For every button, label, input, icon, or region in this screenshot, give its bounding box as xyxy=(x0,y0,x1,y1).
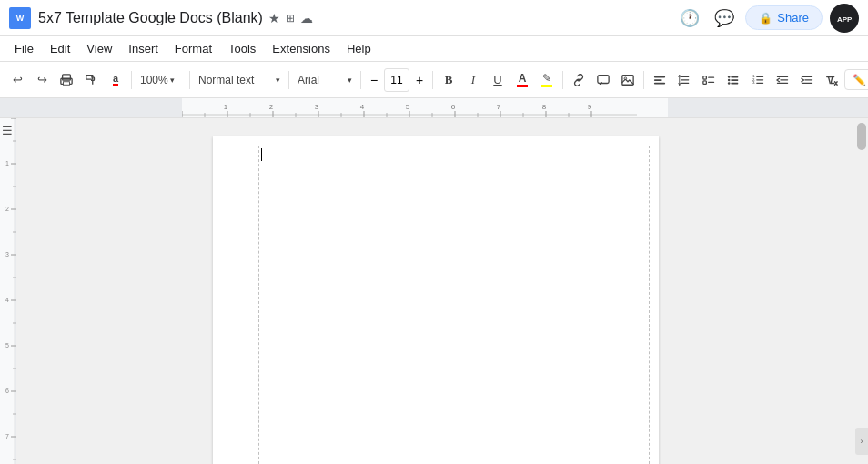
document-scroll-area[interactable] xyxy=(16,118,855,464)
doc-title[interactable]: 5x7 Template Google Docs (Blank) xyxy=(38,10,263,26)
spell-check-button[interactable]: a xyxy=(104,68,127,92)
svg-rect-1 xyxy=(63,74,71,79)
link-button[interactable] xyxy=(567,68,590,92)
history-icon[interactable]: 🕐 xyxy=(676,5,703,32)
bullets-button[interactable] xyxy=(722,68,745,92)
svg-text:5: 5 xyxy=(406,103,410,111)
move-icon[interactable]: ⊞ xyxy=(286,12,295,25)
lock-icon: 🔒 xyxy=(759,12,772,25)
para-style-dropdown-icon: ▾ xyxy=(276,76,280,85)
font-dropdown-icon: ▾ xyxy=(348,76,352,85)
align-button[interactable] xyxy=(648,68,671,92)
share-label: Share xyxy=(777,11,809,25)
editing-mode-button[interactable]: ✏️ Editing ▾ xyxy=(844,69,868,90)
paint-format-button[interactable] xyxy=(79,68,103,92)
menu-format[interactable]: Format xyxy=(167,39,219,58)
doc-icon: W xyxy=(9,7,31,29)
horizontal-ruler: 1 2 3 4 5 6 7 8 9 xyxy=(0,98,868,118)
scroll-thumb[interactable] xyxy=(857,123,866,150)
print-button[interactable] xyxy=(55,68,78,92)
svg-rect-16 xyxy=(708,81,714,82)
menu-tools[interactable]: Tools xyxy=(221,39,263,58)
clear-formatting-button[interactable] xyxy=(820,68,843,92)
svg-text:3: 3 xyxy=(315,103,319,111)
title-right: 🕐 💬 🔒 Share APPS xyxy=(676,4,859,33)
bold-button[interactable]: B xyxy=(437,68,460,92)
svg-rect-4 xyxy=(598,75,609,83)
para-style-value: Normal text xyxy=(198,74,254,86)
svg-text:3.: 3. xyxy=(752,80,756,85)
svg-rect-20 xyxy=(731,76,738,77)
font-size-input[interactable] xyxy=(384,68,409,92)
menu-file[interactable]: File xyxy=(7,39,41,58)
line-spacing-button[interactable] xyxy=(672,68,696,92)
underline-button[interactable]: U xyxy=(486,68,510,92)
ruler-content: 1 2 3 4 5 6 7 8 9 xyxy=(182,98,668,117)
svg-text:APPS: APPS xyxy=(837,15,853,24)
svg-rect-34 xyxy=(802,82,812,83)
pencil-icon: ✏️ xyxy=(853,74,866,86)
outline-toggle-icon[interactable]: ☰ xyxy=(2,124,13,137)
comment-button[interactable] xyxy=(591,68,615,92)
chat-icon[interactable]: 💬 xyxy=(711,5,738,32)
checklist-button[interactable] xyxy=(697,68,721,92)
title-area: 5x7 Template Google Docs (Blank) ★ ⊞ ☁ xyxy=(38,10,676,26)
ruler-svg: 1 2 3 4 5 6 7 8 9 xyxy=(182,98,668,118)
svg-rect-29 xyxy=(777,76,788,76)
zoom-dropdown-icon: ▾ xyxy=(170,76,175,85)
menu-edit[interactable]: Edit xyxy=(43,39,77,58)
menu-insert[interactable]: Insert xyxy=(121,39,166,58)
svg-rect-11 xyxy=(681,79,690,80)
svg-point-19 xyxy=(728,82,731,85)
svg-rect-13 xyxy=(703,76,707,79)
svg-rect-33 xyxy=(804,79,812,80)
redo-button[interactable]: ↪ xyxy=(30,68,54,92)
divider-2 xyxy=(189,71,190,89)
svg-text:1: 1 xyxy=(5,160,9,166)
apps-icon[interactable]: APPS xyxy=(830,4,859,33)
main-area: 1 2 3 4 5 6 7 ☰ xyxy=(0,118,868,464)
share-button[interactable]: 🔒 Share xyxy=(745,5,823,30)
font-size-minus-button[interactable]: − xyxy=(365,68,383,92)
decrease-indent-button[interactable] xyxy=(771,68,794,92)
menu-help[interactable]: Help xyxy=(339,39,378,58)
menu-extensions[interactable]: Extensions xyxy=(265,39,338,58)
star-icon[interactable]: ★ xyxy=(268,11,280,25)
zoom-select[interactable]: 100% ▾ xyxy=(136,68,186,92)
svg-rect-9 xyxy=(654,82,665,84)
svg-text:7: 7 xyxy=(497,103,501,111)
page-content-area[interactable] xyxy=(258,146,650,464)
svg-rect-14 xyxy=(703,80,707,84)
svg-rect-30 xyxy=(780,79,788,80)
panel-collapse-button[interactable]: › xyxy=(855,428,868,455)
italic-button[interactable]: I xyxy=(461,68,485,92)
increase-indent-button[interactable] xyxy=(795,68,819,92)
svg-text:6: 6 xyxy=(451,103,456,111)
text-color-button[interactable]: A xyxy=(510,68,534,92)
svg-text:4: 4 xyxy=(360,103,365,111)
svg-rect-21 xyxy=(731,79,738,81)
font-value: Arial xyxy=(298,74,319,86)
divider-1 xyxy=(131,71,132,89)
divider-3 xyxy=(288,71,289,89)
font-size-plus-button[interactable]: + xyxy=(410,68,429,92)
svg-point-18 xyxy=(728,78,731,81)
svg-text:2: 2 xyxy=(269,103,274,111)
numbered-list-button[interactable]: 1.2.3. xyxy=(746,68,770,92)
ruler-right-margin xyxy=(668,98,868,117)
highlight-button[interactable]: ✎ xyxy=(535,68,559,92)
para-style-select[interactable]: Normal text ▾ xyxy=(194,68,285,92)
cloud-icon[interactable]: ☁ xyxy=(300,11,313,25)
svg-rect-15 xyxy=(708,76,714,77)
menu-view[interactable]: View xyxy=(79,39,119,58)
toolbar: ↩ ↪ a 100% ▾ Normal text ▾ Arial ▾ − + B… xyxy=(0,62,868,98)
font-select[interactable]: Arial ▾ xyxy=(293,68,357,92)
undo-button[interactable]: ↩ xyxy=(5,68,29,92)
image-button[interactable] xyxy=(616,68,640,92)
svg-rect-31 xyxy=(777,82,788,83)
svg-text:8: 8 xyxy=(542,103,547,111)
menu-bar: File Edit View Insert Format Tools Exten… xyxy=(0,36,868,62)
svg-text:9: 9 xyxy=(588,103,592,111)
scrollbar[interactable]: › xyxy=(855,118,868,464)
svg-text:3: 3 xyxy=(5,251,9,257)
